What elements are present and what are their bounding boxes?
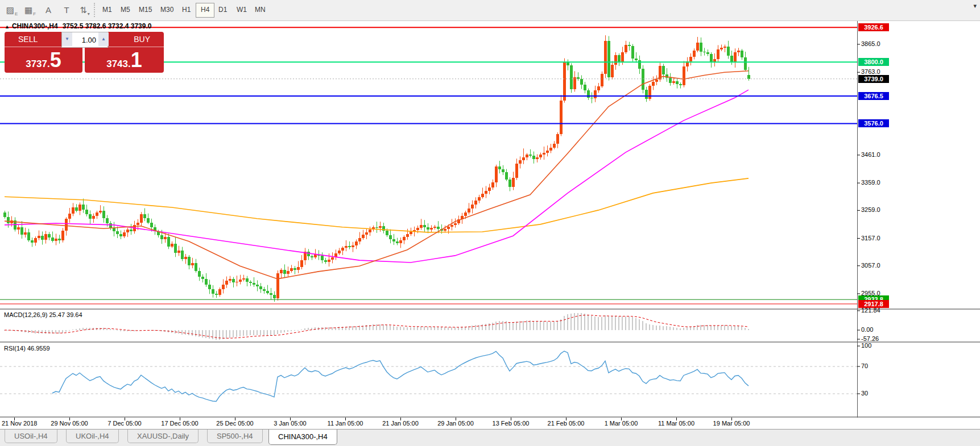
arrow-tools-icon: ⇅ (80, 5, 87, 15)
price-badge-3739.0: 3739.0 (858, 75, 889, 83)
date-label: 21 Feb 05:00 (548, 420, 585, 427)
chart-tab-usoil-h4[interactable]: USOil-,H4 (5, 430, 57, 443)
price-tick-label: 3259.0 (861, 206, 880, 213)
timeframe-button-mn[interactable]: MN (250, 3, 270, 16)
arrow-tools-icon[interactable]: ⇅▾ (76, 2, 93, 18)
price-tick-label: 3157.0 (861, 235, 880, 241)
rsi-tick-label: 70 (861, 362, 868, 369)
chart-tab-china300-h4[interactable]: CHINA300-,H4 (268, 430, 337, 445)
buy-price: 3743.1 (85, 50, 164, 70)
timeframe-button-m30[interactable]: M30 (156, 3, 178, 16)
volume-increase-icon[interactable]: ▲ (98, 32, 109, 46)
price-badge-2917.8: 2917.8 (858, 300, 889, 308)
chart-tab-ukoil-h4[interactable]: UKOil-,H4 (66, 430, 119, 443)
symbol-timeframe-label: CHINA300-,H4 (12, 22, 58, 30)
macd-indicator-label: MACD(12,26,9) 25.47 39.64 (4, 311, 82, 318)
chart-title: ▲CHINA300-,H43752.5 3782.6 3732.4 3739.0 (5, 22, 151, 30)
rsi-tick-label: 30 (861, 390, 868, 397)
macd-tick-label: 0.00 (861, 326, 873, 333)
volume-decrease-icon[interactable]: ▼ (62, 32, 72, 46)
timeframe-button-w1[interactable]: W1 (232, 3, 251, 16)
chart-tab-sp500-h4[interactable]: SP500-,H4 (207, 430, 263, 443)
timeframe-button-h4[interactable]: H4 (196, 3, 214, 18)
sell-price: 3737.5 (5, 50, 82, 70)
ohlc-readout: 3752.5 3782.6 3732.4 3739.0 (63, 22, 152, 30)
toolbar: ▨E▦FAT⇅▾ M1M5M15M30H1H4D1W1MN ▾ (0, 0, 980, 21)
date-label: 29 Nov 05:00 (51, 420, 88, 427)
macd-tick-label: -57.26 (861, 335, 879, 342)
chart-hatch-e-icon[interactable]: ▨E (3, 2, 20, 18)
text-label-icon: A (46, 5, 51, 15)
price-badge-3800.0: 3800.0 (858, 58, 889, 66)
volume-stepper: ▼ ▲ (61, 32, 108, 48)
date-label: 11 Mar 05:00 (658, 420, 694, 427)
date-label: 25 Dec 05:00 (216, 420, 253, 427)
date-label: 13 Feb 05:00 (493, 420, 530, 427)
price-badge-3676.5: 3676.5 (858, 92, 889, 100)
price-tick-label: 3359.0 (861, 179, 880, 186)
grid-f-icon: ▦ (24, 5, 32, 15)
icon-subscript: ▾ (88, 11, 90, 16)
price-tick-label: 3865.0 (861, 40, 880, 47)
chart-tab-bar: USOil-,H4UKOil-,H4XAUUSD-,DailySP500-,H4… (0, 429, 980, 446)
text-box-icon: T (64, 5, 69, 15)
date-label: 21 Nov 2018 (2, 420, 37, 427)
rsi-tick-label: 100 (861, 342, 871, 349)
price-tick-label: 3057.0 (861, 262, 880, 269)
one-click-trade-panel: SELL 3737.5 BUY 3743.1 ▼ ▲ (5, 32, 164, 73)
date-label: 19 Mar 05:00 (713, 420, 750, 427)
date-label: 1 Mar 05:00 (605, 420, 638, 427)
price-badge-3576.0: 3576.0 (858, 119, 889, 127)
date-label: 29 Jan 05:00 (437, 420, 474, 427)
timeframe-button-h1[interactable]: H1 (177, 3, 195, 16)
timeframe-button-d1[interactable]: D1 (214, 3, 231, 16)
date-label: 21 Jan 05:00 (382, 420, 419, 427)
date-label: 7 Dec 05:00 (107, 420, 141, 427)
grid-f-icon[interactable]: ▦F (22, 2, 39, 18)
date-label: 17 Dec 05:00 (161, 420, 198, 427)
date-label: 11 Jan 05:00 (328, 420, 363, 427)
icon-subscript: E (15, 11, 18, 16)
toolbar-overflow-icon[interactable]: ▾ (973, 2, 977, 10)
text-label-icon[interactable]: A (40, 2, 57, 18)
toolbar-separator (94, 3, 97, 17)
price-tick-label: 3461.0 (861, 151, 880, 158)
volume-input[interactable] (72, 32, 98, 47)
text-box-icon[interactable]: T (58, 2, 75, 18)
timeframe-button-m5[interactable]: M5 (116, 3, 135, 16)
date-label: 3 Jan 05:00 (274, 420, 307, 427)
icon-subscript: F (33, 11, 36, 16)
price-badge-3926.6: 3926.6 (858, 23, 889, 31)
timeframe-button-m15[interactable]: M15 (134, 3, 156, 16)
chart-hatch-e-icon: ▨ (6, 5, 14, 15)
trading-terminal: ▨E▦FAT⇅▾ M1M5M15M30H1H4D1W1MN ▾ ▲CHINA30… (0, 0, 980, 446)
price-tick-label: 3763.0 (861, 68, 880, 75)
collapse-triangle-icon[interactable]: ▲ (5, 24, 10, 30)
rsi-indicator-label: RSI(14) 46.9559 (4, 345, 50, 352)
chart-tab-xauusd-daily[interactable]: XAUUSD-,Daily (127, 430, 199, 443)
timeframe-button-m1[interactable]: M1 (98, 3, 117, 16)
